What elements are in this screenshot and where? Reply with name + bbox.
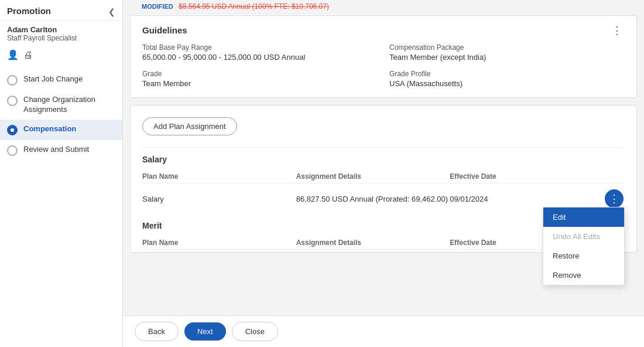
step-label-start: Start Job Change [23,74,83,84]
context-menu: Edit Undo All Edits Restore Remove [543,207,625,285]
step-label-compensation: Compensation [23,124,76,134]
sidebar-header: ❮ Promotion [0,0,122,21]
print-icon[interactable]: 🖨 [23,49,33,60]
salary-effective-date-header: Effective Date [450,172,604,181]
step-circle-review [7,145,18,156]
add-plan-assignment-button[interactable]: Add Plan Assignment [142,117,237,135]
sidebar-steps: Start Job Change Change Organization Ass… [0,65,122,347]
total-base-pay-value: 65,000.00 - 95,000.00 - 125,000.00 USD A… [142,53,378,62]
salary-table-header: Plan Name Assignment Details Effective D… [142,170,625,183]
sidebar-title: Promotion [7,6,115,16]
salary-assignment-details: 86,827.50 USD Annual (Prorated: 69,462.0… [296,195,450,203]
grade-profile-value: USA (Massachusetts) [389,79,625,88]
compensation-package-label: Compensation Package [389,43,625,52]
employee-name: Adam Carlton [7,25,115,34]
footer: Back Next Close [123,315,644,347]
sidebar: ❮ Promotion Adam Carlton Staff Payroll S… [0,0,123,347]
close-button[interactable]: Close [232,322,278,341]
step-label-org: Change Organization Assignments [23,95,115,115]
grade-profile-label: Grade Profile [389,70,625,78]
sidebar-item-compensation[interactable]: Compensation [0,120,122,140]
total-base-pay-label: Total Base Pay Range [142,43,378,52]
guidelines-more-button[interactable]: ⋮ [609,25,625,36]
salary-section: Salary Plan Name Assignment Details Effe… [142,147,625,212]
main-content: MODIFIED $8,564.95 USD Annual (100% FTE:… [123,0,644,347]
sidebar-item-start-job-change[interactable]: Start Job Change [0,70,122,90]
merit-assignment-details-header: Assignment Details [296,239,450,247]
guidelines-card: ⋮ Guidelines Total Base Pay Range 65,000… [130,15,637,98]
salary-actions-header [604,172,625,181]
salary-plan-name-header: Plan Name [142,172,296,181]
grade-label: Grade [142,70,378,78]
context-menu-restore[interactable]: Restore [543,246,624,266]
guidelines-grid: Total Base Pay Range 65,000.00 - 95,000.… [142,43,625,88]
salary-plan-name: Salary [142,195,296,203]
sidebar-collapse-button[interactable]: ❮ [108,7,115,16]
salary-row: Salary 86,827.50 USD Annual (Prorated: 6… [142,186,625,212]
context-menu-edit[interactable]: Edit [543,207,624,227]
sidebar-icons: 👤 🖨 [0,46,122,65]
guidelines-title: Guidelines [142,25,625,35]
step-circle-start [7,75,18,86]
grade-profile: Grade Profile USA (Massachusetts) [389,70,625,88]
salary-assignment-details-header: Assignment Details [296,172,450,181]
modified-value: $8,564.95 USD Annual (100% FTE: $10,706.… [179,2,329,11]
step-circle-compensation [7,125,18,135]
salary-title: Salary [142,155,625,164]
content-area: MODIFIED $8,564.95 USD Annual (100% FTE:… [123,0,644,315]
employee-title: Staff Payroll Specialist [7,34,115,42]
next-button[interactable]: Next [184,322,226,341]
person-icon[interactable]: 👤 [7,49,19,60]
salary-effective-date: 09/01/2024 [450,195,604,203]
merit-plan-name-header: Plan Name [142,239,296,247]
step-circle-org [7,96,18,106]
context-menu-undo: Undo All Edits [543,227,624,246]
modified-row: MODIFIED $8,564.95 USD Annual (100% FTE:… [130,0,637,15]
compensation-card: Add Plan Assignment Salary Plan Name Ass… [130,105,637,253]
grade-value: Team Member [142,79,378,88]
sidebar-item-review[interactable]: Review and Submit [0,140,122,161]
compensation-package-value: Team Member (except India) [389,53,625,62]
modified-label: MODIFIED [142,3,173,10]
grade: Grade Team Member [142,70,378,88]
total-base-pay: Total Base Pay Range 65,000.00 - 95,000.… [142,43,378,62]
sidebar-item-change-org[interactable]: Change Organization Assignments [0,90,122,120]
sidebar-employee: Adam Carlton Staff Payroll Specialist [0,21,122,46]
context-menu-remove[interactable]: Remove [543,266,624,285]
compensation-package: Compensation Package Team Member (except… [389,43,625,62]
step-label-review: Review and Submit [23,145,89,155]
salary-more-button[interactable]: ⋮ [605,189,624,208]
back-button[interactable]: Back [135,322,179,341]
